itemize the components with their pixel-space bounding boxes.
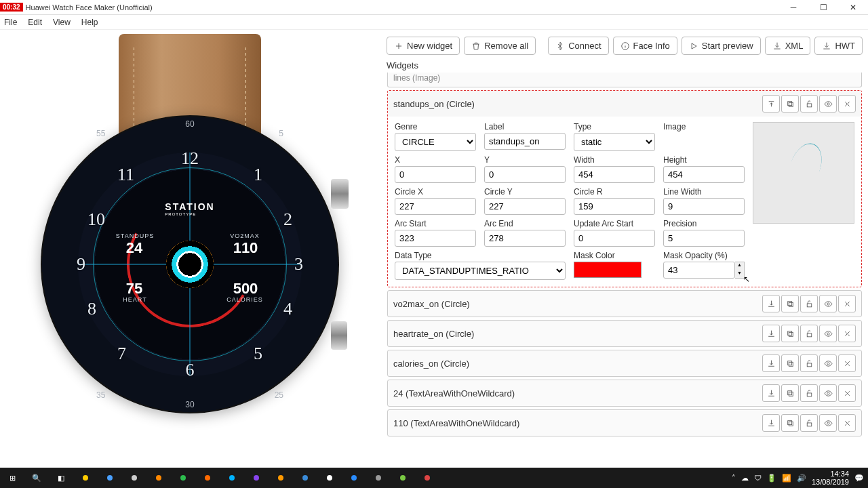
- arc-end-input[interactable]: [484, 230, 566, 247]
- tray-cloud-icon[interactable]: ☁: [741, 474, 749, 483]
- widget-action-button[interactable]: [800, 384, 818, 402]
- width-input[interactable]: [574, 166, 655, 183]
- visibility-button[interactable]: [819, 95, 837, 113]
- widget-action-button[interactable]: [838, 325, 856, 342]
- unlock-button[interactable]: [800, 95, 818, 113]
- taskbar-app[interactable]: [415, 468, 439, 488]
- maximize-button[interactable]: ☐: [808, 0, 838, 15]
- taskbar-app[interactable]: [98, 468, 122, 488]
- widget-action-button[interactable]: [838, 354, 856, 372]
- taskbar-app[interactable]: [73, 468, 98, 488]
- taskbar-clock[interactable]: 14:3413/08/2019: [812, 470, 849, 486]
- widget-action-button[interactable]: [800, 354, 818, 372]
- widget-action-button[interactable]: [781, 325, 799, 342]
- taskbar-app[interactable]: [317, 468, 342, 488]
- taskbar-app[interactable]: [366, 468, 391, 488]
- taskbar-app[interactable]: [195, 468, 220, 488]
- widget-name: lines (Image): [393, 73, 440, 83]
- connect-button[interactable]: Connect: [548, 37, 608, 55]
- widget-action-button[interactable]: [819, 325, 837, 342]
- taskbar-app[interactable]: [220, 468, 244, 488]
- widget-action-button[interactable]: [762, 354, 780, 372]
- x-input[interactable]: [395, 166, 476, 183]
- widget-action-button[interactable]: [819, 384, 837, 402]
- mask-opacity-input[interactable]: [663, 262, 735, 279]
- minimize-button[interactable]: ─: [778, 0, 808, 15]
- move-top-button[interactable]: [762, 95, 780, 113]
- widget-action-button[interactable]: [781, 354, 799, 372]
- widget-action-button[interactable]: [800, 295, 818, 312]
- height-input[interactable]: [663, 166, 745, 183]
- widget-action-button[interactable]: [781, 414, 799, 432]
- arc-start-input[interactable]: [395, 230, 476, 247]
- widget-action-button[interactable]: [762, 414, 780, 432]
- mask-opacity-stepper[interactable]: ▲▼: [735, 262, 745, 279]
- search-button[interactable]: 🔍: [24, 468, 49, 488]
- taskbar-app[interactable]: [269, 468, 293, 488]
- widget-name: 24 (TextAreaWithOneWildcard): [393, 388, 515, 399]
- circle-x-input[interactable]: [395, 198, 476, 215]
- menu-file[interactable]: File: [4, 18, 17, 27]
- taskbar-app[interactable]: [146, 468, 171, 488]
- widget-row[interactable]: 24 (TextAreaWithOneWildcard): [387, 380, 862, 407]
- menu-help[interactable]: Help: [81, 18, 98, 27]
- new-widget-button[interactable]: New widget: [387, 37, 460, 55]
- tray-battery-icon[interactable]: 🔋: [767, 474, 776, 483]
- precision-input[interactable]: [663, 230, 745, 247]
- circle-y-input[interactable]: [484, 198, 566, 215]
- widget-row[interactable]: 110 (TextAreaWithOneWildcard): [387, 409, 862, 436]
- widget-action-button[interactable]: [800, 325, 818, 342]
- widget-action-button[interactable]: [762, 295, 780, 312]
- duplicate-button[interactable]: [781, 95, 799, 113]
- type-select[interactable]: static: [574, 133, 655, 151]
- widget-action-button[interactable]: [781, 295, 799, 312]
- widget-action-button[interactable]: [819, 354, 837, 372]
- widget-row[interactable]: lines (Image): [387, 72, 862, 87]
- tray-chevron-icon[interactable]: ˄: [732, 474, 736, 483]
- remove-all-button[interactable]: Remove all: [464, 37, 536, 55]
- taskbar-app[interactable]: [342, 468, 366, 488]
- close-button[interactable]: ✕: [838, 0, 868, 15]
- widget-action-button[interactable]: [838, 414, 856, 432]
- widget-row[interactable]: calories_on (Circle): [387, 350, 862, 377]
- genre-select[interactable]: CIRCLE: [395, 133, 476, 151]
- label-input[interactable]: [484, 133, 566, 150]
- widget-action-button[interactable]: [800, 414, 818, 432]
- hwt-button[interactable]: HWT: [814, 37, 863, 55]
- taskbar-app[interactable]: [171, 468, 195, 488]
- tray-shield-icon[interactable]: 🛡: [754, 474, 762, 482]
- widget-action-button[interactable]: [838, 384, 856, 402]
- widget-action-button[interactable]: [838, 295, 856, 312]
- update-arc-start-input[interactable]: [574, 230, 655, 247]
- widget-row[interactable]: vo2max_on (Circle): [387, 290, 862, 317]
- widget-list[interactable]: lines (Image) standups_on (Circle): [387, 72, 863, 464]
- tray-wifi-icon[interactable]: 📶: [782, 474, 791, 483]
- xml-button[interactable]: XML: [765, 37, 811, 55]
- taskbar-app[interactable]: [122, 468, 146, 488]
- start-preview-button[interactable]: Start preview: [682, 37, 761, 55]
- taskbar-app[interactable]: [391, 468, 415, 488]
- widget-action-button[interactable]: [762, 384, 780, 402]
- delete-button[interactable]: [838, 95, 856, 113]
- menu-edit[interactable]: Edit: [28, 18, 42, 27]
- circle-r-input[interactable]: [574, 198, 655, 215]
- start-button[interactable]: ⊞: [0, 468, 24, 488]
- taskbar-app[interactable]: [244, 468, 269, 488]
- widget-action-button[interactable]: [819, 295, 837, 312]
- notifications-button[interactable]: 💬: [854, 474, 864, 483]
- face-info-button[interactable]: Face Info: [613, 37, 677, 55]
- image-preview[interactable]: [753, 122, 854, 224]
- taskbar[interactable]: ⊞ 🔍 ◧ ˄ ☁ 🛡 🔋 📶 🔊 14:3413/08/2019 💬: [0, 468, 868, 488]
- widget-action-button[interactable]: [819, 414, 837, 432]
- taskbar-app[interactable]: [293, 468, 317, 488]
- line-width-input[interactable]: [663, 198, 745, 215]
- task-view-button[interactable]: ◧: [49, 468, 73, 488]
- widget-action-button[interactable]: [762, 325, 780, 342]
- widget-row[interactable]: heartrate_on (Circle): [387, 320, 862, 347]
- widget-action-button[interactable]: [781, 384, 799, 402]
- mask-color-picker[interactable]: [574, 262, 642, 278]
- menu-view[interactable]: View: [53, 18, 71, 27]
- y-input[interactable]: [484, 166, 566, 183]
- tray-volume-icon[interactable]: 🔊: [797, 474, 806, 483]
- data-type-select[interactable]: DATA_STANDUPTIMES_RATIO: [395, 262, 566, 280]
